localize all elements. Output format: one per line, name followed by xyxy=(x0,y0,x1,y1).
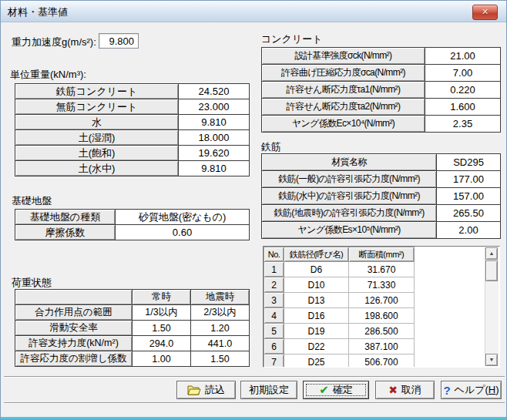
row-label: 許容せん断応力度τa1(N/mm²) xyxy=(262,82,425,99)
confirm-button[interactable]: ✔ 確定 xyxy=(303,381,369,399)
rebar-name-cell[interactable]: D10 xyxy=(284,277,349,293)
row-value[interactable]: 2.35 xyxy=(425,116,501,133)
row-value-quake[interactable]: 1.50 xyxy=(191,351,250,367)
table-row: 基礎地盤の種類砂質地盤(密なもの) xyxy=(15,210,250,225)
row-value[interactable]: 23.000 xyxy=(179,99,250,115)
table-row: 合力作用点の範囲1/3以内2/3以内 xyxy=(15,305,250,321)
scroll-up-icon[interactable]: ▲ xyxy=(485,247,498,260)
row-label: ヤング係数Ec×10⁴(N/mm²) xyxy=(262,116,425,133)
row-value[interactable]: 157.00 xyxy=(437,188,501,205)
row-label: 設計基準強度σck(N/mm²) xyxy=(262,48,425,65)
row-value[interactable]: 9.810 xyxy=(179,161,250,176)
column-header-name: 鉄筋径(呼び名) xyxy=(284,247,349,262)
row-value-normal[interactable]: 1.50 xyxy=(133,321,191,336)
table-row: 鉄筋(水中)の許容引張応力度(N/mm²)157.00 xyxy=(262,188,501,205)
row-value[interactable]: 177.00 xyxy=(437,171,501,188)
table-row: 6D22387.100 xyxy=(264,339,415,354)
table-row: 4D16198.600 xyxy=(264,308,415,324)
table-row: 土(湿潤)18.000 xyxy=(15,130,250,146)
row-label: 水 xyxy=(15,115,179,130)
rebar-name-cell[interactable]: D13 xyxy=(284,293,349,308)
rebar-name-cell[interactable]: D19 xyxy=(284,324,349,339)
row-value-normal[interactable]: 1/3以内 xyxy=(133,305,191,321)
row-value[interactable]: 0.220 xyxy=(425,82,501,99)
table-row: 土(飽和)19.620 xyxy=(15,146,250,161)
row-number: 2 xyxy=(264,277,284,293)
row-label: 土(飽和) xyxy=(15,146,179,161)
section-label-rebar: 鉄筋 xyxy=(261,140,281,154)
table-row: ヤング係数Ec×10⁴(N/mm²)2.35 xyxy=(262,116,501,133)
column-header-normal: 常時 xyxy=(133,290,191,305)
row-label: 鉄筋(地震時)の許容引張応力度(N/mm²) xyxy=(262,205,437,222)
titlebar: 材料・基準値 ✕ xyxy=(1,1,506,22)
row-number: 1 xyxy=(264,262,284,277)
table-row: 5D19286.500 xyxy=(264,324,415,339)
rebar-area-cell[interactable]: 198.600 xyxy=(349,308,415,324)
cancel-button-label: 取消 xyxy=(401,383,421,397)
materials-standards-dialog: 材料・基準値 ✕ 重力加速度g(m/s²): 単位重量(kN/m³): 鉄筋コン… xyxy=(0,0,507,420)
rebar-area-cell[interactable]: 71.330 xyxy=(349,277,415,293)
rebar-name-cell[interactable]: D16 xyxy=(284,308,349,324)
table-row: 土(水中)9.810 xyxy=(15,161,250,176)
section-label-load-state: 荷重状態 xyxy=(12,276,52,290)
row-number: 6 xyxy=(264,339,284,354)
row-value[interactable]: 2.00 xyxy=(437,222,501,239)
table-row: 鉄筋(地震時)の許容引張応力度(N/mm²)265.50 xyxy=(262,205,501,222)
separator-below-buttons xyxy=(4,402,505,404)
rebar-area-cell[interactable]: 31.670 xyxy=(349,262,415,277)
close-icon[interactable]: ✕ xyxy=(472,5,498,20)
open-folder-icon xyxy=(187,385,201,395)
section-label-foundation: 基礎地盤 xyxy=(12,194,52,208)
table-row: 滑動安全率1.501.20 xyxy=(15,321,250,336)
row-value[interactable]: 265.50 xyxy=(437,205,501,222)
cross-icon: ✖ xyxy=(388,384,398,396)
rebar-name-cell[interactable]: D6 xyxy=(284,262,349,277)
section-label-unit-weight: 単位重量(kN/m³): xyxy=(10,68,86,82)
row-value[interactable]: 1.600 xyxy=(425,99,501,116)
help-icon: ? xyxy=(443,384,450,397)
row-value[interactable]: 24.520 xyxy=(179,84,250,99)
rebar-table: 材質名称SD295 鉄筋(一般)の許容引張応力度(N/mm²)177.00 鉄筋… xyxy=(261,153,501,239)
row-value-normal[interactable]: 294.0 xyxy=(133,336,191,351)
row-label: 合力作用点の範囲 xyxy=(15,305,133,321)
rebar-name-cell[interactable]: D22 xyxy=(284,339,349,354)
rebar-area-cell[interactable]: 286.500 xyxy=(349,324,415,339)
init-settings-button[interactable]: 初期設定 xyxy=(240,381,297,399)
scroll-down-icon[interactable]: ▼ xyxy=(485,354,498,366)
row-label: 許容せん断応力度τa2(N/mm²) xyxy=(262,99,425,116)
row-value[interactable]: 7.00 xyxy=(425,65,501,82)
gravity-input[interactable] xyxy=(99,33,139,49)
help-button[interactable]: ? ヘルプ(H) xyxy=(441,381,502,399)
row-label: 無筋コンクリート xyxy=(15,99,179,115)
rebar-name-cell[interactable]: D25 xyxy=(284,354,349,368)
row-value[interactable]: 19.620 xyxy=(179,146,250,161)
table-row: 無筋コンクリート23.000 xyxy=(15,99,250,115)
row-label: 鉄筋(一般)の許容引張応力度(N/mm²) xyxy=(262,171,437,188)
row-value[interactable]: 21.00 xyxy=(425,48,501,65)
row-value[interactable]: 18.000 xyxy=(179,130,250,146)
rebar-area-cell[interactable]: 506.700 xyxy=(349,354,415,368)
row-label: 土(湿潤) xyxy=(15,130,179,146)
row-label: 摩擦係数 xyxy=(15,225,116,240)
vertical-scrollbar[interactable]: ▲ ▼ xyxy=(485,247,499,366)
foundation-type-value[interactable]: 砂質地盤(密なもの) xyxy=(116,210,250,225)
scrollbar-thumb[interactable] xyxy=(485,260,498,281)
row-value-quake[interactable]: 2/3以内 xyxy=(191,305,250,321)
row-value[interactable]: 0.60 xyxy=(116,225,250,240)
row-number: 4 xyxy=(264,308,284,324)
load-button[interactable]: 読込 xyxy=(176,381,236,399)
cancel-button[interactable]: ✖ 取消 xyxy=(375,381,435,399)
row-value-normal[interactable]: 1.00 xyxy=(133,351,191,367)
table-row: 3D13126.700 xyxy=(264,293,415,308)
rebar-area-cell[interactable]: 126.700 xyxy=(349,293,415,308)
table-row: 鉄筋(一般)の許容引張応力度(N/mm²)177.00 xyxy=(262,171,501,188)
rebar-grade-value[interactable]: SD295 xyxy=(437,154,501,171)
window-title: 材料・基準値 xyxy=(8,5,68,19)
row-value[interactable]: 9.810 xyxy=(179,115,250,130)
row-value-quake[interactable]: 1.20 xyxy=(191,321,250,336)
row-value-quake[interactable]: 441.0 xyxy=(191,336,250,351)
row-label: 滑動安全率 xyxy=(15,321,133,336)
rebar-area-cell[interactable]: 387.100 xyxy=(349,339,415,354)
load-state-table: 常時 地震時 合力作用点の範囲1/3以内2/3以内 滑動安全率1.501.20 … xyxy=(15,289,250,367)
separator-above-buttons xyxy=(4,376,505,378)
